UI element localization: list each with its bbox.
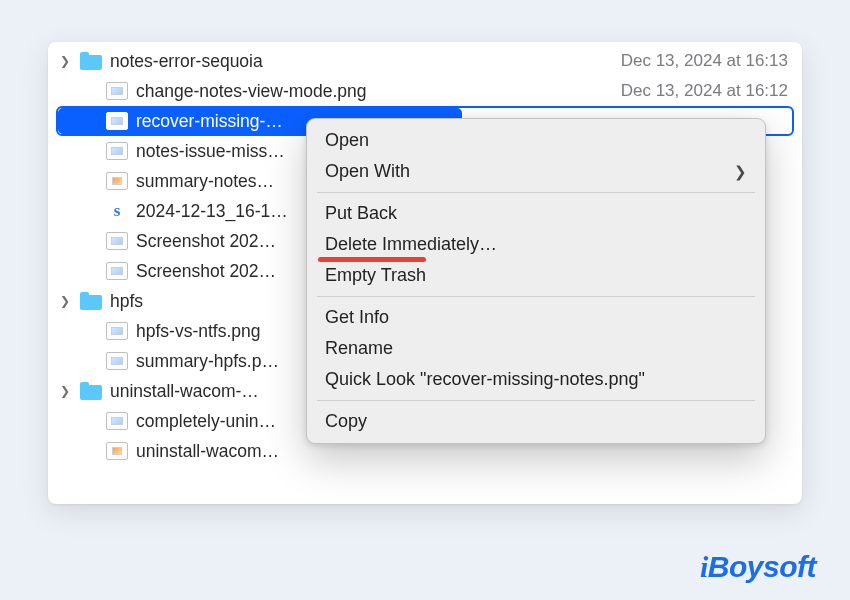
file-name: notes-issue-miss… — [136, 141, 285, 162]
image-file-icon — [106, 262, 128, 280]
file-date: Dec 13, 2024 at 16:13 — [597, 51, 788, 71]
menu-label: Rename — [325, 338, 393, 359]
image-file-icon — [106, 442, 128, 460]
menu-separator — [317, 296, 755, 297]
folder-icon — [80, 292, 102, 310]
file-name: uninstall-wacom… — [136, 441, 279, 462]
menu-quick-look[interactable]: Quick Look "recover-missing-notes.png" — [307, 364, 765, 395]
file-name: hpfs — [110, 291, 143, 312]
image-file-icon — [106, 142, 128, 160]
file-name: recover-missing-… — [136, 111, 283, 132]
image-file-icon — [106, 352, 128, 370]
menu-label: Put Back — [325, 203, 397, 224]
image-file-icon — [106, 172, 128, 190]
file-name: Screenshot 202… — [136, 231, 276, 252]
image-file-icon — [106, 412, 128, 430]
list-item[interactable]: ❯ notes-error-sequoia Dec 13, 2024 at 16… — [48, 46, 802, 76]
menu-label: Empty Trash — [325, 265, 426, 286]
disclosure-triangle-icon[interactable]: ❯ — [58, 294, 72, 308]
file-name: change-notes-view-mode.png — [136, 81, 367, 102]
menu-label: Open — [325, 130, 369, 151]
menu-empty-trash[interactable]: Empty Trash — [307, 260, 765, 291]
menu-copy[interactable]: Copy — [307, 406, 765, 437]
menu-separator — [317, 400, 755, 401]
text-file-icon: s — [106, 202, 128, 220]
menu-delete-immediately[interactable]: Delete Immediately… — [307, 229, 765, 260]
image-file-icon — [106, 322, 128, 340]
watermark-logo: iiBoysoftBoysoft — [700, 550, 816, 584]
menu-put-back[interactable]: Put Back — [307, 198, 765, 229]
menu-label: Open With — [325, 161, 410, 182]
menu-open[interactable]: Open — [307, 125, 765, 156]
menu-get-info[interactable]: Get Info — [307, 302, 765, 333]
file-name: hpfs-vs-ntfs.png — [136, 321, 261, 342]
file-name: completely-unin… — [136, 411, 276, 432]
chevron-right-icon: ❯ — [734, 163, 747, 181]
folder-icon — [80, 52, 102, 70]
disclosure-triangle-icon[interactable]: ❯ — [58, 54, 72, 68]
disclosure-triangle-icon[interactable]: ❯ — [58, 384, 72, 398]
file-name: uninstall-wacom-… — [110, 381, 259, 402]
file-date: Dec 13, 2024 at 16:12 — [597, 81, 788, 101]
file-name: notes-error-sequoia — [110, 51, 263, 72]
menu-rename[interactable]: Rename — [307, 333, 765, 364]
menu-label: Copy — [325, 411, 367, 432]
image-file-icon — [106, 112, 128, 130]
menu-label: Get Info — [325, 307, 389, 328]
menu-label: Quick Look "recover-missing-notes.png" — [325, 369, 645, 390]
image-file-icon — [106, 82, 128, 100]
menu-label: Delete Immediately… — [325, 234, 497, 255]
list-item[interactable]: ❯ change-notes-view-mode.png Dec 13, 202… — [48, 76, 802, 106]
file-name: summary-hpfs.p… — [136, 351, 279, 372]
menu-separator — [317, 192, 755, 193]
annotation-underline — [318, 257, 426, 262]
folder-icon — [80, 382, 102, 400]
image-file-icon — [106, 232, 128, 250]
file-name: Screenshot 202… — [136, 261, 276, 282]
file-name: summary-notes… — [136, 171, 274, 192]
menu-open-with[interactable]: Open With ❯ — [307, 156, 765, 187]
context-menu: Open Open With ❯ Put Back Delete Immedia… — [306, 118, 766, 444]
file-name: 2024-12-13_16-1… — [136, 201, 288, 222]
